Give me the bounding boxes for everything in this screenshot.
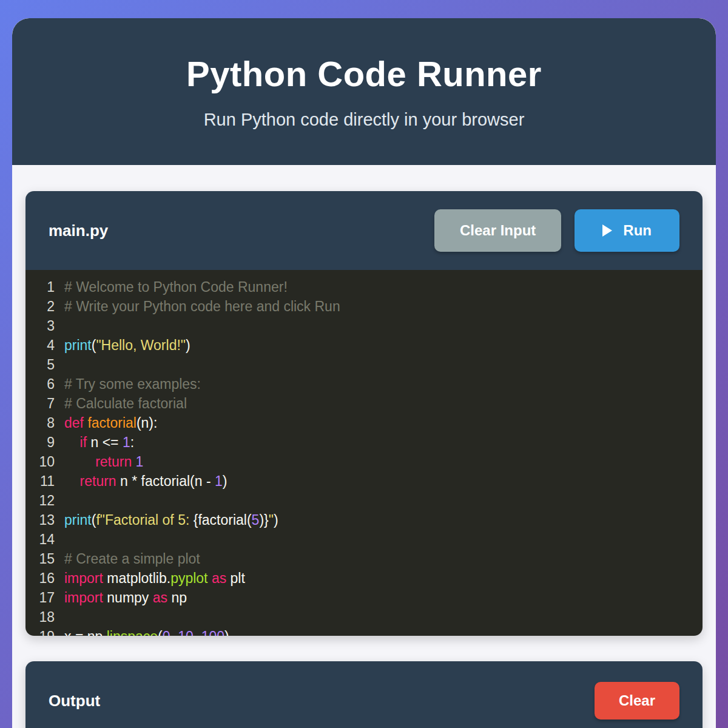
code-line: 8def factorial(n): xyxy=(25,413,703,433)
code-line: 14 xyxy=(25,530,703,549)
code-line-text: # Create a simple plot xyxy=(64,549,200,568)
code-line: 6# Try some examples: xyxy=(25,374,703,394)
line-number: 16 xyxy=(25,568,55,588)
code-line: 13print(f"Factorial of 5: {factorial(5)}… xyxy=(25,510,703,530)
code-line-text: print("Hello, World!") xyxy=(64,335,190,355)
code-line: 2# Write your Python code here and click… xyxy=(25,297,703,316)
output-title: Output xyxy=(49,692,100,710)
code-line-text: def factorial(n): xyxy=(64,413,157,433)
line-number: 14 xyxy=(25,530,55,549)
app-container: Python Code Runner Run Python code direc… xyxy=(12,18,716,728)
run-button[interactable]: Run xyxy=(575,209,679,252)
code-editor[interactable]: 1# Welcome to Python Code Runner!2# Writ… xyxy=(25,270,703,636)
editor-toolbar: main.py Clear Input Run xyxy=(25,191,703,270)
line-number: 1 xyxy=(25,277,55,297)
code-line-text: # Write your Python code here and click … xyxy=(64,297,340,316)
line-number: 2 xyxy=(25,297,55,316)
clear-input-button[interactable]: Clear Input xyxy=(434,209,561,252)
code-line: 16import matplotlib.pyplot as plt xyxy=(25,568,703,588)
line-number: 8 xyxy=(25,413,55,433)
line-number: 17 xyxy=(25,588,55,607)
line-number: 11 xyxy=(25,471,55,491)
code-line: 10 return 1 xyxy=(25,452,703,471)
output-toolbar: Output Clear xyxy=(25,661,703,728)
code-line-text: import matplotlib.pyplot as plt xyxy=(64,568,245,588)
code-line: 19x = np.linspace(0, 10, 100) xyxy=(25,627,703,636)
code-line: 17import numpy as np xyxy=(25,588,703,607)
clear-output-button[interactable]: Clear xyxy=(595,682,679,720)
line-number: 6 xyxy=(25,374,55,394)
code-line-text: # Welcome to Python Code Runner! xyxy=(64,277,288,297)
code-line: 3 xyxy=(25,316,703,335)
editor-card: main.py Clear Input Run 1# Welcome to Py… xyxy=(25,191,703,636)
code-line: 7# Calculate factorial xyxy=(25,394,703,413)
output-card: Output Clear xyxy=(25,661,703,728)
main-content: main.py Clear Input Run 1# Welcome to Py… xyxy=(12,165,716,728)
code-line: 12 xyxy=(25,491,703,510)
line-number: 3 xyxy=(25,316,55,335)
code-line-text: x = np.linspace(0, 10, 100) xyxy=(64,627,229,636)
code-line: 15# Create a simple plot xyxy=(25,549,703,568)
line-number: 13 xyxy=(25,510,55,530)
line-number: 5 xyxy=(25,355,55,374)
line-number: 4 xyxy=(25,335,55,355)
code-line: 4print("Hello, World!") xyxy=(25,335,703,355)
line-number: 15 xyxy=(25,549,55,568)
code-line-text: # Try some examples: xyxy=(64,374,201,394)
line-number: 12 xyxy=(25,491,55,510)
line-number: 18 xyxy=(25,607,55,627)
code-line-text: # Calculate factorial xyxy=(64,394,187,413)
filename-label: main.py xyxy=(49,221,108,240)
page-title: Python Code Runner xyxy=(186,53,542,94)
code-line: 9 if n <= 1: xyxy=(25,433,703,452)
line-number: 19 xyxy=(25,627,55,636)
code-line: 1# Welcome to Python Code Runner! xyxy=(25,277,703,297)
line-number: 9 xyxy=(25,433,55,452)
code-line-text: if n <= 1: xyxy=(64,433,134,452)
app-header: Python Code Runner Run Python code direc… xyxy=(12,18,716,165)
page-subtitle: Run Python code directly in your browser xyxy=(204,110,525,130)
line-number: 10 xyxy=(25,452,55,471)
line-number: 7 xyxy=(25,394,55,413)
code-line: 5 xyxy=(25,355,703,374)
code-line-text: return 1 xyxy=(64,452,143,471)
code-line: 18 xyxy=(25,607,703,627)
run-button-label: Run xyxy=(623,222,652,239)
code-line-text: print(f"Factorial of 5: {factorial(5)}") xyxy=(64,510,278,530)
play-icon xyxy=(602,224,612,237)
code-line-text: import numpy as np xyxy=(64,588,187,607)
code-line: 11 return n * factorial(n - 1) xyxy=(25,471,703,491)
code-line-text: return n * factorial(n - 1) xyxy=(64,471,227,491)
